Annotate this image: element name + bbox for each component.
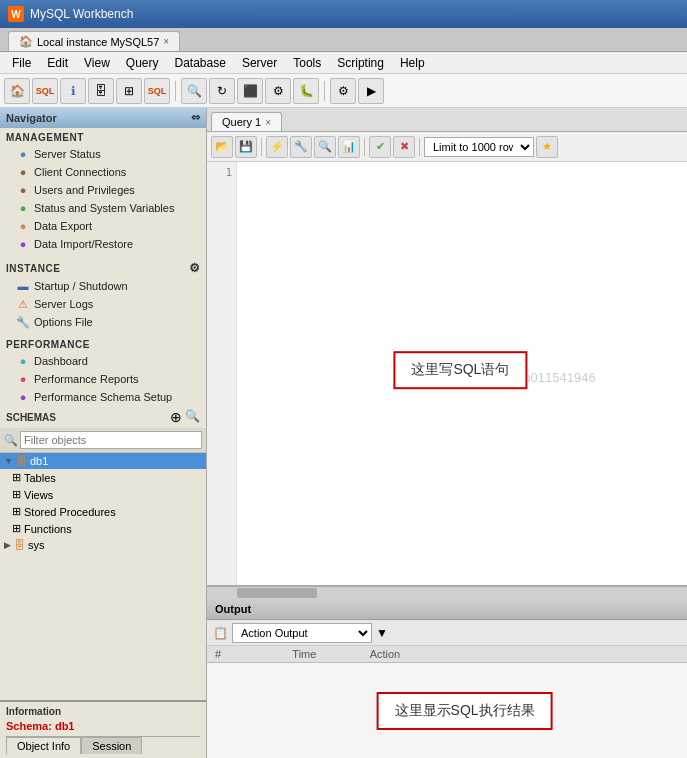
filter-search-icon: 🔍 (4, 434, 18, 447)
output-body: 这里显示SQL执行结果 (207, 663, 687, 758)
toolbar-search-btn[interactable]: 🔍 (181, 78, 207, 104)
output-panel: Output 📋 Action Output ▼ # Time Action 这… (207, 598, 687, 758)
toolbar-bug-btn[interactable]: 🐛 (293, 78, 319, 104)
qt-exec-sel-btn[interactable]: 🔧 (290, 136, 312, 158)
sys-label: sys (28, 539, 45, 551)
server-status-icon: ● (16, 147, 30, 161)
sql-hint-box: 这里写SQL语句 (393, 351, 527, 389)
toolbar-config-btn[interactable]: ⚙ (265, 78, 291, 104)
output-table-header: # Time Action (207, 646, 687, 663)
toolbar-settings-btn[interactable]: ⚙ (330, 78, 356, 104)
output-col-time: Time (292, 648, 369, 660)
instance-expand-icon[interactable]: ⚙ (189, 261, 201, 275)
app-title: MySQL Workbench (30, 7, 133, 21)
output-col-num: # (215, 648, 292, 660)
views-item[interactable]: ⊞ Views (0, 486, 206, 503)
output-header: Output (207, 598, 687, 620)
toolbar-table-btn[interactable]: ⊞ (116, 78, 142, 104)
nav-users-privileges[interactable]: ● Users and Privileges (0, 181, 206, 199)
nav-status-variables[interactable]: ● Status and System Variables (0, 199, 206, 217)
session-tab[interactable]: Session (81, 737, 142, 754)
data-import-icon: ● (16, 237, 30, 251)
qt-commit-btn[interactable]: ✔ (369, 136, 391, 158)
toolbar-exec-btn[interactable]: ▶ (358, 78, 384, 104)
schema-value: db1 (55, 720, 75, 732)
menu-scripting[interactable]: Scripting (329, 54, 392, 72)
toolbar-refresh-btn[interactable]: ↻ (209, 78, 235, 104)
object-info-tab[interactable]: Object Info (6, 737, 81, 754)
navigator-expand-icon[interactable]: ⇔ (191, 111, 200, 124)
output-toolbar: 📋 Action Output ▼ (207, 620, 687, 646)
data-export-icon: ● (16, 219, 30, 233)
output-col-action: Action (370, 648, 679, 660)
stored-procedures-icon: ⊞ (12, 505, 21, 518)
menu-help[interactable]: Help (392, 54, 433, 72)
output-dropdown-icon[interactable]: ▼ (376, 626, 388, 640)
right-panel: Query 1 × 📂 💾 ⚡ 🔧 🔍 📊 ✔ ✖ Limit to 1000 … (207, 108, 687, 758)
tables-icon: ⊞ (12, 471, 21, 484)
toolbar-sep2 (324, 81, 325, 101)
nav-data-import[interactable]: ● Data Import/Restore (0, 235, 206, 253)
server-logs-icon: ⚠ (16, 297, 30, 311)
performance-reports-icon: ● (16, 372, 30, 386)
sys-expand-icon: ▶ (4, 540, 11, 550)
nav-performance-reports[interactable]: ● Performance Reports (0, 370, 206, 388)
schema-filter-input[interactable] (20, 431, 202, 449)
app-icon: W (8, 6, 24, 22)
nav-client-connections[interactable]: ● Client Connections (0, 163, 206, 181)
query-editor[interactable]: 1 http://blog.csdn.net/u011541946 这里写SQL… (207, 162, 687, 586)
query-tab-close[interactable]: × (265, 117, 271, 128)
qt-sep2 (364, 138, 365, 156)
query-toolbar: 📂 💾 ⚡ 🔧 🔍 📊 ✔ ✖ Limit to 1000 rows ★ (207, 132, 687, 162)
query-h-scrollbar[interactable] (207, 586, 687, 598)
qt-exec-btn[interactable]: ⚡ (266, 136, 288, 158)
toolbar-home-btn[interactable]: 🏠 (4, 78, 30, 104)
instance-tab[interactable]: 🏠 Local instance MySQL57 × (8, 31, 180, 51)
toolbar-import-btn[interactable]: SQL (144, 78, 170, 104)
nav-startup-shutdown[interactable]: ▬ Startup / Shutdown (0, 277, 206, 295)
menu-server[interactable]: Server (234, 54, 285, 72)
toolbar-sql-btn[interactable]: SQL (32, 78, 58, 104)
nav-server-logs[interactable]: ⚠ Server Logs (0, 295, 206, 313)
action-output-select[interactable]: Action Output (232, 623, 372, 643)
instance-section-header: INSTANCE ⚙ (0, 257, 206, 277)
instance-tab-bar: 🏠 Local instance MySQL57 × (0, 28, 687, 52)
nav-data-export[interactable]: ● Data Export (0, 217, 206, 235)
qt-explain-btn[interactable]: 📊 (338, 136, 360, 158)
toolbar-stop-btn[interactable]: ⬛ (237, 78, 263, 104)
schema-search-icon[interactable]: 🔍 (185, 409, 200, 425)
functions-item[interactable]: ⊞ Functions (0, 520, 206, 537)
qt-search-btn[interactable]: 🔍 (314, 136, 336, 158)
schema-sys-item[interactable]: ▶ 🗄 sys (0, 537, 206, 553)
schema-add-icon[interactable]: ⊕ (170, 409, 182, 425)
nav-dashboard[interactable]: ● Dashboard (0, 352, 206, 370)
qt-rollback-btn[interactable]: ✖ (393, 136, 415, 158)
line-numbers: 1 (207, 162, 237, 585)
menu-database[interactable]: Database (167, 54, 234, 72)
stored-procedures-label: Stored Procedures (24, 506, 116, 518)
query-tab-1[interactable]: Query 1 × (211, 112, 282, 131)
limit-rows-select[interactable]: Limit to 1000 rows (424, 137, 534, 157)
qt-open-btn[interactable]: 📂 (211, 136, 233, 158)
nav-options-file[interactable]: 🔧 Options File (0, 313, 206, 331)
menu-edit[interactable]: Edit (39, 54, 76, 72)
tables-item[interactable]: ⊞ Tables (0, 469, 206, 486)
menu-tools[interactable]: Tools (285, 54, 329, 72)
menu-view[interactable]: View (76, 54, 118, 72)
nav-performance-schema[interactable]: ● Performance Schema Setup (0, 388, 206, 406)
qt-star-btn[interactable]: ★ (536, 136, 558, 158)
schema-db1-item[interactable]: ▼ 🗄 db1 (0, 453, 206, 469)
functions-label: Functions (24, 523, 72, 535)
instance-tab-close[interactable]: × (163, 36, 169, 47)
qt-save-btn[interactable]: 💾 (235, 136, 257, 158)
stored-procedures-item[interactable]: ⊞ Stored Procedures (0, 503, 206, 520)
menu-file[interactable]: File (4, 54, 39, 72)
h-scroll-thumb[interactable] (237, 588, 317, 598)
functions-icon: ⊞ (12, 522, 21, 535)
options-file-icon: 🔧 (16, 315, 30, 329)
menu-query[interactable]: Query (118, 54, 167, 72)
nav-server-status[interactable]: ● Server Status (0, 145, 206, 163)
performance-schema-icon: ● (16, 390, 30, 404)
toolbar-info-btn[interactable]: ℹ (60, 78, 86, 104)
toolbar-schema-btn[interactable]: 🗄 (88, 78, 114, 104)
